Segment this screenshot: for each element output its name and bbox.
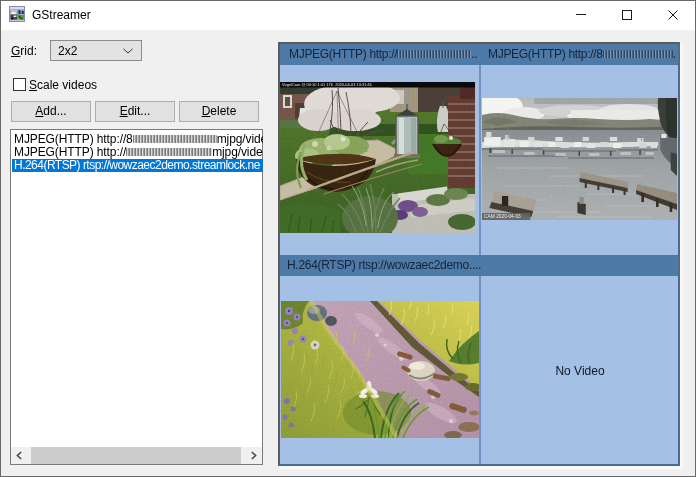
svg-text:CAM 2020-04-03: CAM 2020-04-03: [484, 215, 521, 220]
svg-text:VogelCam @ 00:10 1:41 176 202: VogelCam @ 00:10 1:41 176 2020-04-03 13:…: [282, 82, 373, 87]
